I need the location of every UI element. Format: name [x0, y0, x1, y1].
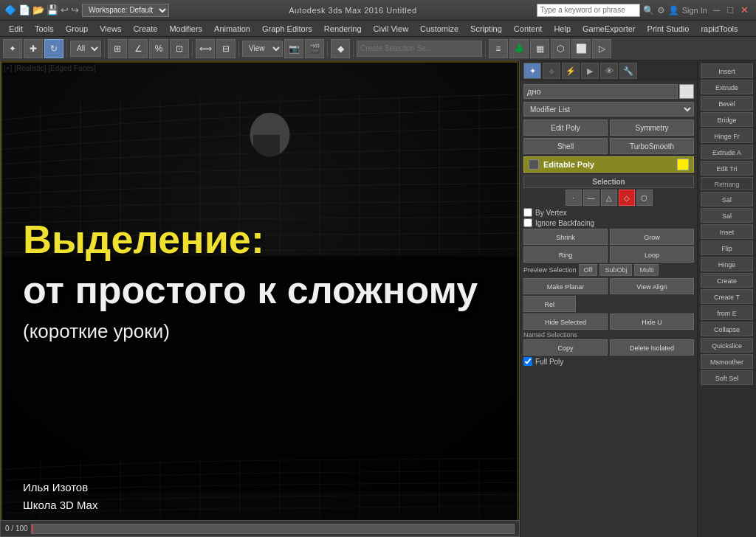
view-align-button[interactable]: View Align: [610, 278, 694, 294]
search-input[interactable]: [537, 4, 640, 17]
extra-btn1[interactable]: ▦: [530, 39, 549, 58]
object-name-input[interactable]: [523, 84, 678, 99]
named-selection-input[interactable]: [357, 41, 482, 57]
new-icon[interactable]: 📄: [18, 4, 30, 15]
hide-unsel-button[interactable]: Hide U: [610, 313, 694, 330]
vertex-mode-btn[interactable]: ·: [566, 190, 582, 206]
preview-off-btn[interactable]: Off: [579, 264, 598, 276]
preview-multi-btn[interactable]: Multi: [634, 264, 659, 276]
menu-help[interactable]: Help: [548, 23, 577, 35]
fr-insert-btn[interactable]: Insert: [701, 63, 753, 78]
fr-sal-btn2[interactable]: Sal: [701, 208, 753, 223]
menu-animation[interactable]: Animation: [208, 23, 256, 35]
extra-btn3[interactable]: ⬜: [571, 39, 591, 58]
cmd-tab-hierarchy[interactable]: ⚡: [562, 63, 580, 79]
sign-in-label[interactable]: Sign In: [682, 6, 707, 15]
object-color-swatch[interactable]: [679, 84, 694, 99]
fr-hinge-fr-btn[interactable]: Hinge Fr: [701, 128, 753, 143]
cmd-tab-modify[interactable]: ⟐: [543, 63, 560, 79]
menu-edit[interactable]: Edit: [3, 23, 29, 35]
menu-graph-editors[interactable]: Graph Editors: [256, 23, 318, 35]
grow-button[interactable]: Grow: [610, 229, 694, 245]
menu-civil-view[interactable]: Civil View: [368, 23, 414, 35]
cmd-tab-create[interactable]: ✦: [523, 63, 541, 79]
editable-poly-color-swatch[interactable]: [677, 159, 689, 170]
layer-btn[interactable]: ≡: [489, 39, 508, 58]
maximize-button[interactable]: □: [724, 4, 736, 15]
percent-snap[interactable]: %: [149, 39, 168, 58]
save-icon[interactable]: 💾: [47, 4, 58, 15]
undo-icon[interactable]: ↩: [61, 4, 69, 15]
menu-content[interactable]: Content: [508, 23, 549, 35]
camera-tool[interactable]: 📷: [284, 39, 303, 58]
fr-quickslice-btn[interactable]: Quickslice: [701, 338, 753, 353]
fr-inset-btn[interactable]: Inset: [701, 224, 753, 239]
move-tool[interactable]: ✚: [24, 39, 43, 58]
fr-create-btn[interactable]: Create: [701, 273, 753, 288]
search-icon[interactable]: 🔍: [643, 5, 654, 15]
menu-views[interactable]: Views: [94, 23, 127, 35]
element-mode-btn[interactable]: ⬡: [636, 190, 653, 206]
rotate-tool[interactable]: ↻: [44, 39, 63, 58]
cmd-tab-utilities[interactable]: 🔧: [619, 63, 637, 79]
modifier-list-dropdown[interactable]: Modifier List: [523, 102, 694, 117]
fr-msmoother-btn[interactable]: Msmoother: [701, 354, 753, 369]
user-icon[interactable]: 👤: [668, 5, 679, 15]
fr-soft-sel-btn[interactable]: Soft Sel: [701, 370, 753, 385]
fr-flip-btn[interactable]: Flip: [701, 240, 753, 255]
editable-poly-row[interactable]: Editable Poly: [523, 156, 694, 173]
close-button[interactable]: ✕: [738, 4, 752, 15]
filter-dropdown[interactable]: All: [70, 41, 101, 57]
copy-named-sel-button[interactable]: Copy: [523, 339, 608, 356]
preview-subobj-btn[interactable]: SubObj: [599, 264, 632, 276]
extra-btn4[interactable]: ▷: [592, 39, 611, 58]
cmd-tab-motion[interactable]: ▶: [581, 63, 599, 79]
fr-bridge-btn[interactable]: Bridge: [701, 112, 753, 127]
extra-btn2[interactable]: ⬡: [551, 39, 570, 58]
edit-poly-button[interactable]: Edit Poly: [523, 119, 608, 136]
angle-snap[interactable]: ∠: [128, 39, 148, 58]
select-tool[interactable]: ✦: [3, 39, 22, 58]
delete-isolated-button[interactable]: Delete Isolated: [610, 339, 694, 356]
shell-button[interactable]: Shell: [523, 138, 608, 154]
menu-group[interactable]: Group: [60, 23, 94, 35]
turbosmooth-button[interactable]: TurboSmooth: [610, 138, 694, 154]
fr-extrude-btn[interactable]: Extrude: [701, 80, 753, 94]
border-mode-btn[interactable]: △: [601, 190, 617, 206]
settings-icon[interactable]: ⚙: [657, 5, 665, 15]
hide-selected-button[interactable]: Hide Selected: [523, 313, 608, 330]
keyframe-btn[interactable]: ◆: [331, 39, 350, 58]
fr-hinge-btn[interactable]: Hinge: [701, 257, 753, 271]
workspace-dropdown[interactable]: Workspace: Default: [82, 4, 169, 17]
rel-button[interactable]: Rel: [523, 296, 576, 312]
symmetry-button[interactable]: Symmetry: [610, 119, 694, 136]
redo-icon[interactable]: ↪: [71, 4, 79, 15]
full-poly-checkbox[interactable]: [523, 357, 532, 366]
align-tool[interactable]: ⊟: [216, 39, 236, 58]
menu-customize[interactable]: Customize: [414, 23, 464, 35]
viewport[interactable]: [+] [Realistic] [Edged Faces] Выделение:…: [0, 60, 520, 537]
render-setup[interactable]: 🎬: [305, 39, 324, 58]
minimize-button[interactable]: ─: [710, 4, 723, 15]
view-dropdown[interactable]: View: [242, 41, 283, 57]
ring-button[interactable]: Ring: [523, 246, 608, 263]
loop-button[interactable]: Loop: [610, 246, 694, 263]
polygon-mode-btn[interactable]: ◇: [619, 190, 635, 206]
menu-modifiers[interactable]: Modifiers: [163, 23, 208, 35]
spinner-snap[interactable]: ⊡: [170, 39, 189, 58]
menu-gameexporter[interactable]: GameExporter: [577, 23, 642, 35]
fr-sal-btn1[interactable]: Sal: [701, 192, 753, 207]
menu-tools[interactable]: Tools: [29, 23, 60, 35]
timeline-bar[interactable]: [31, 524, 515, 534]
fr-collapse-btn[interactable]: Collapse: [701, 322, 753, 336]
fr-bevel-btn[interactable]: Bevel: [701, 96, 753, 111]
menu-scripting[interactable]: Scripting: [464, 23, 508, 35]
ignore-backfacing-checkbox[interactable]: [523, 218, 532, 227]
edge-mode-btn[interactable]: —: [583, 190, 599, 206]
open-icon[interactable]: 📂: [32, 4, 44, 15]
shrink-button[interactable]: Shrink: [523, 229, 608, 245]
fr-create-t-btn[interactable]: Create T: [701, 289, 753, 304]
scene-explorer[interactable]: 🌲: [509, 39, 529, 58]
fr-extrude-a-btn[interactable]: Extrude A: [701, 145, 753, 159]
snap-toggle[interactable]: ⊞: [108, 39, 127, 58]
